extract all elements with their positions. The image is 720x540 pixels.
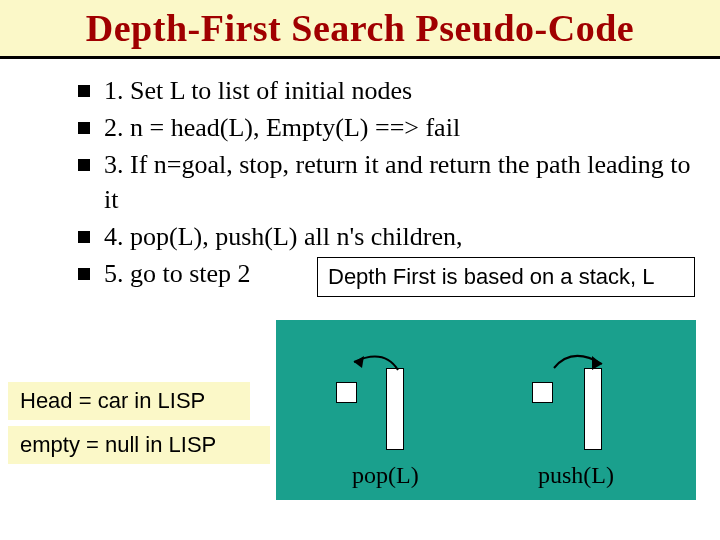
list-item-text: 4. pop(L), push(L) all n's children, bbox=[104, 219, 694, 254]
bullet-icon bbox=[78, 85, 90, 97]
push-arrow-icon bbox=[546, 344, 626, 384]
slide-title: Depth-First Search Pseudo-Code bbox=[0, 6, 720, 50]
list-item-text: 3. If n=goal, stop, return it and return… bbox=[104, 147, 694, 217]
svg-marker-0 bbox=[354, 356, 364, 368]
stack-element bbox=[532, 382, 553, 403]
list-item-text: 2. n = head(L), Empty(L) ==> fail bbox=[104, 110, 694, 145]
list-item: 4. pop(L), push(L) all n's children, bbox=[78, 219, 694, 254]
pop-label: pop(L) bbox=[352, 462, 419, 489]
stack-element bbox=[336, 382, 357, 403]
svg-marker-1 bbox=[592, 356, 602, 370]
list-item: 1. Set L to list of initial nodes bbox=[78, 73, 694, 108]
list-item: 3. If n=goal, stop, return it and return… bbox=[78, 147, 694, 217]
stack-diagram: pop(L) push(L) bbox=[276, 320, 696, 500]
bullet-icon bbox=[78, 268, 90, 280]
title-band: Depth-First Search Pseudo-Code bbox=[0, 0, 720, 56]
push-label: push(L) bbox=[538, 462, 614, 489]
bullet-icon bbox=[78, 159, 90, 171]
stack-note-box: Depth First is based on a stack, L bbox=[317, 257, 695, 297]
head-note: Head = car in LISP bbox=[8, 382, 250, 420]
pop-arrow-icon bbox=[336, 344, 416, 384]
bullet-icon bbox=[78, 122, 90, 134]
list-item: 2. n = head(L), Empty(L) ==> fail bbox=[78, 110, 694, 145]
bullet-icon bbox=[78, 231, 90, 243]
list-item-text: 1. Set L to list of initial nodes bbox=[104, 73, 694, 108]
empty-note: empty = null in LISP bbox=[8, 426, 270, 464]
